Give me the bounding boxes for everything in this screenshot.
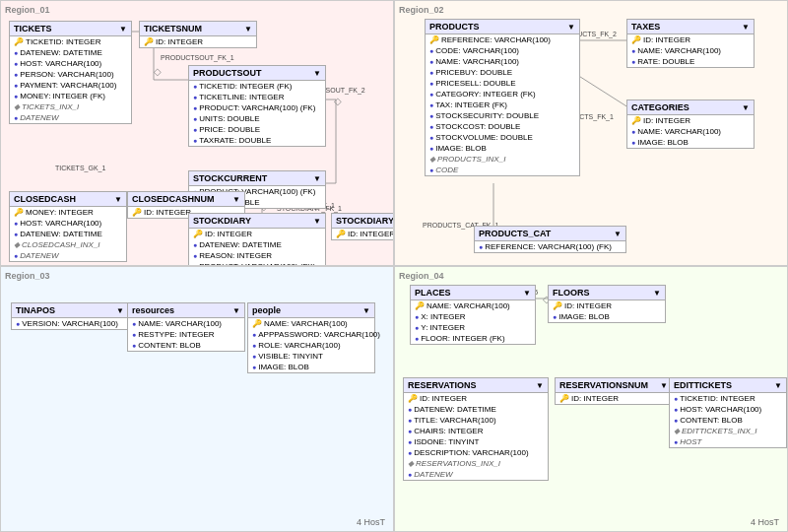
- region-02-label: Region_02: [399, 5, 444, 15]
- productsout-row-1: ●TICKETID: INTEGER (FK): [189, 81, 325, 92]
- table-categories-name: CATEGORIES: [631, 102, 690, 112]
- categories-row-2: ●NAME: VARCHAR(100): [627, 126, 754, 137]
- table-products[interactable]: PRODUCTS ▼ 🔑REFERENCE: VARCHAR(100) ●COD…: [425, 19, 580, 176]
- reservations-row-6: ●DESCRIPTION: VARCHAR(100): [404, 447, 548, 458]
- region-01-label: Region_01: [5, 5, 50, 15]
- places-row-4: ●FLOOR: INTEGER (FK): [411, 333, 535, 344]
- svg-text:◇: ◇: [334, 96, 342, 106]
- products-row-11: ●IMAGE: BLOB: [426, 143, 579, 154]
- tinapos-row-1: ●VERSION: VARCHAR(100): [12, 318, 128, 329]
- edittickets-row-5: ●HOST: [670, 436, 786, 447]
- table-productsout[interactable]: PRODUCTSOUT ▼ ●TICKETID: INTEGER (FK) ●T…: [188, 65, 326, 147]
- stockdiarynum-row-1: 🔑ID: INTEGER: [332, 229, 394, 239]
- products-row-7: ●TAX: INTEGER (FK): [426, 100, 579, 110]
- tickets-row-4: ●PERSON: VARCHAR(100): [10, 69, 131, 80]
- people-row-2: ●APPPASSWORD: VARCHAR(100): [248, 329, 374, 340]
- table-floors[interactable]: FLOORS ▼ 🔑ID: INTEGER ●IMAGE: BLOB: [548, 285, 666, 323]
- table-closedcash-header: CLOSEDCASH ▼: [10, 192, 126, 207]
- people-row-5: ●IMAGE: BLOB: [248, 362, 374, 372]
- table-productsout-name: PRODUCTSOUT: [193, 68, 262, 78]
- productsout-row-5: ●PRICE: DOUBLE: [189, 124, 325, 135]
- table-products-cat[interactable]: PRODUCTS_CAT ▼ ●REFERENCE: VARCHAR(100) …: [474, 226, 626, 253]
- table-productsout-header: PRODUCTSOUT ▼: [189, 66, 325, 81]
- tickets-row-1: 🔑TICKETID: INTEGER: [10, 36, 131, 47]
- tickets-row-6: ●MONEY: INTEGER (FK): [10, 91, 131, 101]
- table-stockcurrent-name: STOCKCURRENT: [193, 173, 267, 183]
- table-taxes[interactable]: TAXES ▼ 🔑ID: INTEGER ●NAME: VARCHAR(100)…: [626, 19, 755, 68]
- table-resources[interactable]: resources ▼ ●NAME: VARCHAR(100) ●RESTYPE…: [127, 302, 245, 352]
- reservations-row-5: ●ISDONE: TINYINT: [404, 436, 548, 447]
- stockdiary-row-3: ●REASON: INTEGER: [189, 250, 325, 261]
- products-cat-row-1: ●REFERENCE: VARCHAR(100) (FK): [475, 241, 625, 252]
- region-01: Region_01 PRODUCTSOUT_FK_1 PRODUCTSOUT_F…: [0, 0, 394, 266]
- products-row-9: ●STOCKCOST: DOUBLE: [426, 121, 579, 132]
- taxes-row-3: ●RATE: DOUBLE: [627, 56, 754, 67]
- table-closedcash[interactable]: CLOSEDCASH ▼ 🔑MONEY: INTEGER ●HOST: VARC…: [9, 191, 127, 262]
- table-tinapos[interactable]: TINAPOS ▼ ●VERSION: VARCHAR(100): [11, 302, 129, 330]
- table-floors-name: FLOORS: [553, 288, 590, 298]
- svg-line-21: [577, 75, 631, 109]
- edittickets-row-3: ●CONTENT: BLOB: [670, 415, 786, 426]
- table-people[interactable]: people ▼ 🔑NAME: VARCHAR(100) ●APPPASSWOR…: [247, 302, 375, 373]
- products-row-1: 🔑REFERENCE: VARCHAR(100): [426, 34, 579, 45]
- products-row-8: ●STOCKSECURITY: DOUBLE: [426, 110, 579, 121]
- tickets-row-5: ●PAYMENT: VARCHAR(100): [10, 80, 131, 91]
- svg-text:PRODUCTSOUT_FK_1: PRODUCTSOUT_FK_1: [161, 54, 234, 62]
- products-row-13: ●CODE: [426, 165, 579, 175]
- places-row-2: ●X: INTEGER: [411, 311, 535, 322]
- table-closedcashnum-header: CLOSEDCASHNUM ▼: [128, 192, 244, 207]
- table-ticketsnum-name: TICKETSNUM: [144, 24, 202, 33]
- table-taxes-header: TAXES ▼: [627, 20, 754, 34]
- table-tickets[interactable]: TICKETS ▼ 🔑TICKETID: INTEGER ●DATENEW: D…: [9, 21, 132, 124]
- reservations-row-4: ●CHAIRS: INTEGER: [404, 426, 548, 436]
- reservations-row-3: ●TITLE: VARCHAR(100): [404, 415, 548, 426]
- tickets-row-8: ●DATENEW: [10, 112, 131, 123]
- taxes-row-1: 🔑ID: INTEGER: [627, 34, 754, 45]
- productsout-row-2: ●TICKETLINE: INTEGER: [189, 92, 325, 102]
- categories-row-3: ●IMAGE: BLOB: [627, 137, 754, 148]
- table-reservations-name: RESERVATIONS: [408, 380, 477, 390]
- floors-row-1: 🔑ID: INTEGER: [549, 300, 665, 311]
- table-places-header: PLACES ▼: [411, 286, 535, 300]
- table-ticketsnum[interactable]: TICKETSNUM ▼ 🔑ID: INTEGER: [139, 21, 257, 48]
- svg-text:◇: ◇: [154, 66, 162, 77]
- categories-row-1: 🔑ID: INTEGER: [627, 115, 754, 126]
- table-reservationsnum[interactable]: RESERVATIONSNUM ▼ 🔑ID: INTEGER: [555, 377, 673, 405]
- edittickets-row-2: ●HOST: VARCHAR(100): [670, 404, 786, 415]
- people-row-1: 🔑NAME: VARCHAR(100): [248, 318, 374, 329]
- closedcash-row-5: ●DATENEW: [10, 250, 126, 261]
- table-products-cat-header: PRODUCTS_CAT ▼: [475, 227, 625, 241]
- reservationsnum-row-1: 🔑ID: INTEGER: [556, 393, 672, 404]
- table-tickets-name: TICKETS: [14, 24, 52, 33]
- table-stockcurrent-header: STOCKCURRENT ▼: [189, 171, 325, 186]
- edittickets-row-4: ◆EDITTICKETS_INX_I: [670, 426, 786, 436]
- region-04: Region_04 fk_15 ◇ PLACES ▼ 🔑NAME: VARCHA…: [394, 266, 788, 532]
- table-reservationsnum-header: RESERVATIONSNUM ▼: [556, 378, 672, 393]
- table-edittickets-header: EDITTICKETS ▼: [670, 378, 786, 393]
- region-03: Region_03 TINAPOS ▼ ●VERSION: VARCHAR(10…: [0, 266, 394, 532]
- closedcash-row-1: 🔑MONEY: INTEGER: [10, 207, 126, 218]
- table-tinapos-header: TINAPOS ▼: [12, 303, 128, 318]
- stockdiary-row-1: 🔑ID: INTEGER: [189, 229, 325, 239]
- resources-row-3: ●CONTENT: BLOB: [128, 340, 244, 351]
- table-categories[interactable]: CATEGORIES ▼ 🔑ID: INTEGER ●NAME: VARCHAR…: [626, 100, 755, 149]
- closedcash-row-3: ●DATENEW: DATETIME: [10, 229, 126, 239]
- table-tinapos-name: TINAPOS: [16, 305, 55, 315]
- table-places[interactable]: PLACES ▼ 🔑NAME: VARCHAR(100) ●X: INTEGER…: [410, 285, 536, 345]
- region-04-label: Region_04: [399, 271, 444, 281]
- places-row-3: ●Y: INTEGER: [411, 322, 535, 333]
- resources-row-1: ●NAME: VARCHAR(100): [128, 318, 244, 329]
- products-row-3: ●NAME: VARCHAR(100): [426, 56, 579, 67]
- host-label: 4 HosT: [357, 517, 385, 527]
- products-row-12: ◆PRODUCTS_INX_I: [426, 154, 579, 165]
- region04-host-label: 4 HosT: [751, 517, 779, 527]
- table-reservations[interactable]: RESERVATIONS ▼ 🔑ID: INTEGER ●DATENEW: DA…: [403, 377, 549, 481]
- table-stockdiary[interactable]: STOCKDIARY ▼ 🔑ID: INTEGER ●DATENEW: DATE…: [188, 213, 326, 266]
- closedcash-row-2: ●HOST: VARCHAR(100): [10, 218, 126, 229]
- table-stockdiarynum[interactable]: STOCKDIARYNUM ▼ 🔑ID: INTEGER: [331, 213, 394, 240]
- table-products-header: PRODUCTS ▼: [426, 20, 579, 34]
- tickets-row-7: ◆TICKETS_INX_I: [10, 101, 131, 112]
- products-row-10: ●STOCKVOLUME: DOUBLE: [426, 132, 579, 143]
- table-edittickets[interactable]: EDITTICKETS ▼ ●TICKETID: INTEGER ●HOST: …: [669, 377, 787, 448]
- table-stockdiarynum-name: STOCKDIARYNUM: [336, 216, 394, 226]
